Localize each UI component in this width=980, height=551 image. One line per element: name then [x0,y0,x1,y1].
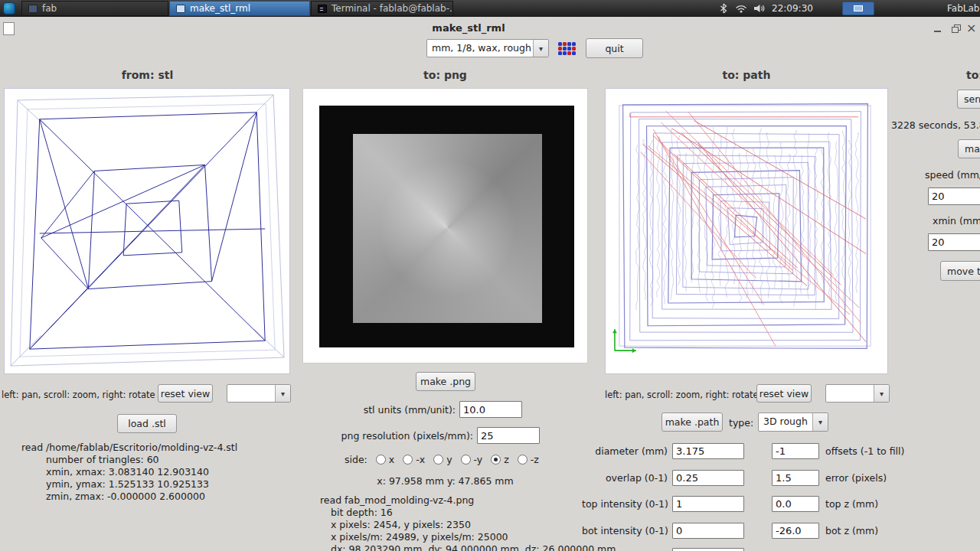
stl-view-dropdown-value [227,385,275,402]
path-viewport[interactable] [605,88,888,374]
rml-panel-heading: to: [966,69,980,81]
taskbar-window-make-stl-rml[interactable]: make_stl_rml [169,1,310,16]
restore-button[interactable] [951,24,962,34]
top-z-label: top z (mm) [825,498,878,510]
side-option-x[interactable]: x [376,454,394,465]
diameter-input[interactable] [672,443,744,459]
radio-icon [461,455,471,465]
taskbar: fab make_stl_rml Terminal - fablab@fabla… [0,0,980,17]
radio-icon [376,455,386,465]
clipped-bottom-input[interactable] [672,548,744,551]
speed-input[interactable] [928,187,980,205]
side-label: side: [345,454,368,465]
png-info-block: read fab_mod_molding-vz-4.png bit depth:… [320,494,616,551]
chevron-down-icon[interactable]: ▾ [874,385,889,402]
clock: 22:09:30 [772,3,813,14]
taskbar-window-label: fab [42,3,57,14]
png-info-line: bit depth: 16 [320,507,616,519]
offsets-input[interactable] [772,443,819,459]
taskbar-window-terminal[interactable]: Terminal - fablab@fablab-... [311,1,453,16]
fab-modules-logo-icon [556,39,577,58]
bot-intensity-label: bot intensity (0-1) [582,525,668,536]
stl-wireframe [5,89,289,373]
window-title: make_stl_rml [0,22,937,34]
top-intensity-label: top intensity (0-1) [582,498,668,510]
fab-window-icon [28,5,38,13]
path-view-dropdown[interactable]: ▾ [825,384,890,403]
chevron-down-icon[interactable]: ▾ [533,40,548,57]
bluetooth-icon[interactable] [720,3,727,16]
stl-info-line: ymin, ymax: 1.525133 10.925133 [21,478,237,491]
radio-icon [433,455,443,465]
bot-z-input[interactable] [772,523,819,539]
png-panel-heading: to: png [302,69,588,81]
path-param-row: top intensity (0-1) top z (mm) [582,496,911,513]
speed-label: speed (mm/s [925,169,980,181]
quit-button[interactable]: quit [586,38,643,58]
rml-time-estimate: 3228 seconds, 53.8 [891,119,980,131]
top-z-input[interactable] [772,496,819,512]
path-panel-heading: to: path [605,69,888,81]
make-png-button[interactable]: make .png [416,372,475,391]
heightmap-pyramid [353,134,542,323]
stl-info-line: zmin, zmax: -0.000000 2.600000 [21,491,237,503]
side-option-negz[interactable]: -z [518,454,539,465]
send-it-button[interactable]: sen [957,90,980,109]
make-stl-rml-window-icon [176,5,185,13]
stl-units-input[interactable] [459,401,522,418]
chevron-down-icon[interactable]: ▾ [275,385,290,402]
path-param-row: diameter (mm) offsets (-1 to fill) [582,443,911,460]
path-type-dropdown[interactable]: 3D rough ▾ [758,412,828,432]
preset-dropdown[interactable]: mm, 1/8, wax, rough ▾ [426,39,549,57]
overlap-label: overlap (0-1) [582,472,668,484]
wifi-icon[interactable] [735,4,747,15]
error-label: error (pixels) [825,472,887,484]
chevron-down-icon[interactable]: ▾ [812,413,828,431]
side-option-negx[interactable]: -x [403,454,425,465]
toolpath-drawing [606,89,887,373]
stl-view-dropdown[interactable]: ▾ [227,384,291,403]
taskbar-brand-label: FabLab [947,3,979,14]
path-param-row: bot intensity (0-1) bot z (mm) [582,523,911,540]
volume-icon[interactable] [753,4,766,15]
stl-info-line: read /home/fablab/Escritorio/molding-vz-… [21,442,237,454]
png-info-line: read fab_mod_molding-vz-4.png [320,494,616,507]
taskbar-window-fab[interactable]: fab [21,1,168,16]
path-view-dropdown-value [826,385,874,402]
load-stl-button[interactable]: load .stl [117,414,177,433]
stl-reset-view-button[interactable]: reset view [158,384,213,403]
path-type-value: 3D rough [759,413,812,431]
diameter-label: diameter (mm) [582,445,668,457]
stl-viewport[interactable] [4,88,290,374]
stl-panel-heading: from: stl [4,69,291,81]
side-selector: side: x -x y -y z -z [345,454,539,465]
side-option-negy[interactable]: -y [461,454,483,465]
offsets-label: offsets (-1 to fill) [825,445,904,457]
bot-intensity-input[interactable] [672,523,744,539]
overlap-input[interactable] [672,470,744,486]
side-option-z[interactable]: z [491,454,509,465]
close-button[interactable]: × [966,21,977,31]
side-option-y[interactable]: y [433,454,452,465]
applications-menu-icon[interactable] [3,2,15,15]
minimize-button[interactable] [934,24,945,34]
xmin-input[interactable] [928,233,980,251]
png-viewport[interactable] [302,88,588,364]
error-input[interactable] [772,470,819,486]
png-info-line: x pixels/m: 24989, y pixels/m: 25000 [320,531,616,543]
taskbar-window-label: Terminal - fablab@fablab-... [332,3,453,14]
taskbar-window-label: make_stl_rml [190,3,250,14]
terminal-window-icon [318,5,327,13]
display-tray-icon[interactable] [842,2,874,15]
path-reset-view-button[interactable]: reset view [756,384,812,403]
make-path-button[interactable]: make .path [662,412,723,432]
stl-units-label: stl units (mm/unit): [302,404,456,416]
stl-info-block: read /home/fablab/Escritorio/molding-vz-… [21,442,237,503]
top-intensity-input[interactable] [672,496,744,512]
move-to-origin-button[interactable]: move to [940,261,980,281]
monitor-icon [854,5,863,11]
make-rml-button[interactable]: mak [958,139,980,158]
png-resolution-input[interactable] [477,427,540,444]
radio-icon [518,455,528,465]
path-type-label: type: [729,417,753,429]
